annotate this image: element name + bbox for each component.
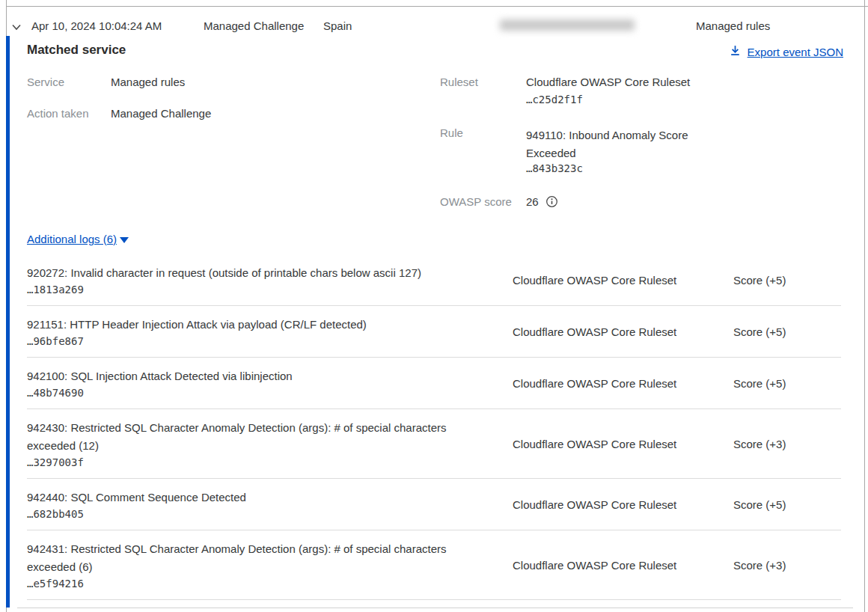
- event-country: Spain: [323, 19, 352, 32]
- log-ruleset: Cloudflare OWASP Core Ruleset: [513, 325, 676, 338]
- log-ruleset: Cloudflare OWASP Core Ruleset: [513, 438, 676, 450]
- log-score: Score (+5): [733, 274, 786, 287]
- log-score: Score (+5): [733, 377, 786, 390]
- owasp-score-label: OWASP score: [440, 195, 512, 208]
- log-rule-description: 942440: SQL Comment Sequence Detected: [27, 489, 470, 507]
- rule-label: Rule: [440, 126, 463, 139]
- service-label: Service: [27, 76, 64, 88]
- rule-value: 949110: Inbound Anomaly Score Exceeded: [526, 126, 704, 162]
- event-detail-card: Apr 10, 2024 10:04:24 AM Managed Challen…: [0, 0, 868, 612]
- log-row: 942431: Restricted SQL Character Anomaly…: [27, 530, 841, 600]
- service-value: Managed rules: [111, 76, 185, 88]
- log-rule-description: 921151: HTTP Header Injection Attack via…: [27, 316, 470, 334]
- redacted-host-blur: [500, 19, 635, 31]
- expanded-row-accent-bar: [6, 36, 10, 608]
- divider: [17, 608, 853, 608]
- event-service: Managed rules: [696, 19, 770, 32]
- log-row: 942100: SQL Injection Attack Detected vi…: [27, 358, 841, 409]
- log-score: Score (+5): [733, 498, 786, 511]
- divider: [864, 0, 865, 612]
- additional-logs-toggle[interactable]: Additional logs (6): [27, 233, 129, 245]
- action-taken-value: Managed Challenge: [111, 107, 211, 120]
- ruleset-value: Cloudflare OWASP Core Ruleset: [526, 76, 690, 88]
- additional-logs-table: 920272: Invalid character in request (ou…: [27, 254, 841, 600]
- action-taken-label: Action taken: [27, 107, 89, 120]
- ruleset-id-hash: …c25d2f1f: [526, 94, 583, 105]
- log-score: Score (+5): [733, 325, 786, 338]
- log-rule-description: 942430: Restricted SQL Character Anomaly…: [27, 419, 470, 455]
- log-rule-hash: …3297003f: [27, 456, 841, 468]
- event-timestamp: Apr 10, 2024 10:04:24 AM: [31, 19, 162, 32]
- log-ruleset: Cloudflare OWASP Core Ruleset: [513, 274, 676, 287]
- chevron-down-icon[interactable]: [10, 21, 22, 33]
- log-ruleset: Cloudflare OWASP Core Ruleset: [513, 498, 676, 511]
- ruleset-label: Ruleset: [440, 76, 478, 88]
- log-rule-hash: …96bfe867: [27, 335, 841, 347]
- log-score: Score (+3): [733, 438, 786, 450]
- log-ruleset: Cloudflare OWASP Core Ruleset: [513, 377, 676, 390]
- log-rule-description: 942431: Restricted SQL Character Anomaly…: [27, 540, 470, 576]
- log-rule-hash: …48b74690: [27, 387, 841, 399]
- info-icon[interactable]: [545, 195, 558, 208]
- export-link-label: Export event JSON: [748, 46, 843, 58]
- event-summary-row[interactable]: Apr 10, 2024 10:04:24 AM Managed Challen…: [0, 6, 868, 36]
- rule-id-hash: …843b323c: [526, 162, 583, 174]
- additional-logs-label: Additional logs (6): [27, 233, 117, 245]
- log-row: 921151: HTTP Header Injection Attack via…: [27, 306, 841, 358]
- log-row: 920272: Invalid character in request (ou…: [27, 254, 841, 306]
- owasp-score-value: 26: [526, 195, 539, 208]
- log-row: 942430: Restricted SQL Character Anomaly…: [27, 409, 841, 479]
- log-rule-description: 920272: Invalid character in request (ou…: [27, 264, 470, 282]
- log-rule-hash: …e5f94216: [27, 578, 841, 590]
- log-rule-description: 942100: SQL Injection Attack Detected vi…: [27, 367, 470, 385]
- log-ruleset: Cloudflare OWASP Core Ruleset: [513, 559, 676, 572]
- export-event-json-link[interactable]: Export event JSON: [729, 44, 843, 59]
- panel-title: Matched service: [27, 43, 126, 58]
- log-rule-hash: …682bb405: [27, 508, 841, 520]
- caret-down-icon: [120, 237, 129, 243]
- event-action: Managed Challenge: [204, 19, 304, 32]
- download-icon: [729, 44, 742, 59]
- log-row: 942440: SQL Comment Sequence Detected …6…: [27, 479, 841, 530]
- log-rule-hash: …1813a269: [27, 284, 841, 296]
- log-score: Score (+3): [733, 559, 786, 572]
